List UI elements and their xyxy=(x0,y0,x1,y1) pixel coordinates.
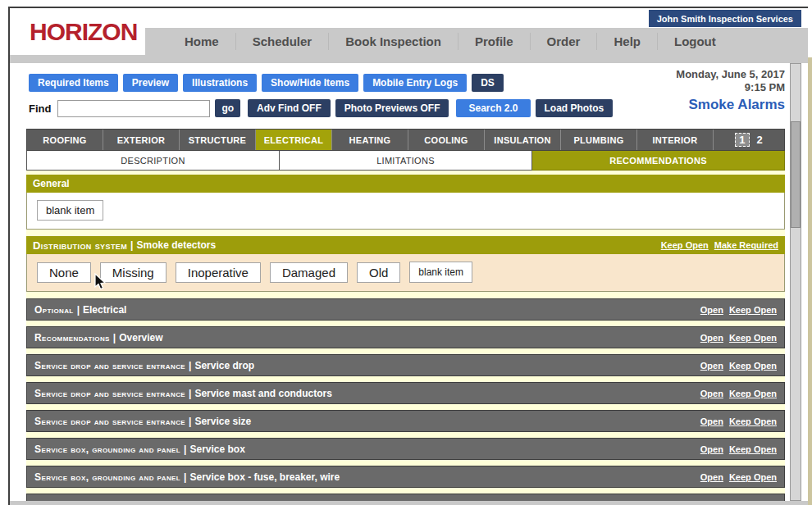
separator: | xyxy=(127,239,136,251)
row-service-size[interactable]: Service drop and service entrance | Serv… xyxy=(26,410,785,432)
nav-scheduler[interactable]: Scheduler xyxy=(235,33,329,50)
row-separator: | xyxy=(180,444,189,455)
row-category: Recommendations xyxy=(34,332,110,343)
go-button[interactable]: go xyxy=(215,99,240,117)
item-old-button[interactable]: Old xyxy=(357,262,400,283)
keep-open-link[interactable]: Keep Open xyxy=(729,472,777,482)
pager-page-2[interactable]: 2 xyxy=(757,134,763,146)
row-name: Service box - fuse, breaker, wire xyxy=(189,471,340,483)
tab-electrical[interactable]: ELECTRICAL xyxy=(256,130,332,150)
open-link[interactable]: Open xyxy=(700,305,723,315)
horizon-logo: HORIZON xyxy=(30,18,137,46)
row-service-box-fuse-breaker-wire[interactable]: Service box, grounding and panel | Servi… xyxy=(26,466,785,488)
subtab-recommendations[interactable]: RECOMMENDATIONS xyxy=(532,151,785,171)
section-smoke-detectors: Distribution system | Smoke detectors Ke… xyxy=(26,236,785,292)
masthead: HORIZON John Smith Inspection Services H… xyxy=(10,8,808,63)
section-name: Smoke detectors xyxy=(136,239,216,251)
nav-logout[interactable]: Logout xyxy=(657,33,732,50)
item-blank-button[interactable]: blank item xyxy=(409,262,472,283)
make-required-link[interactable]: Make Required xyxy=(714,240,778,250)
keep-open-link[interactable]: Keep Open xyxy=(661,240,709,250)
blank-item-button[interactable]: blank item xyxy=(37,200,103,221)
app-window: HORIZON John Smith Inspection Services H… xyxy=(8,7,808,505)
row-service-mast-conductors[interactable]: Service drop and service entrance | Serv… xyxy=(26,382,785,404)
row-separator: | xyxy=(185,360,194,371)
row-recommendations-overview[interactable]: Recommendations | Overview Open Keep Ope… xyxy=(26,326,785,348)
adv-find-toggle[interactable]: Adv Find OFF xyxy=(248,99,331,117)
open-link[interactable]: Open xyxy=(700,444,723,454)
show-hide-items-button[interactable]: Show/Hide Items xyxy=(262,74,358,92)
find-input[interactable] xyxy=(57,100,210,117)
bottom-strip xyxy=(10,501,808,505)
tab-heating[interactable]: HEATING xyxy=(332,130,408,150)
keep-open-link[interactable]: Keep Open xyxy=(729,416,777,426)
tab-exterior[interactable]: EXTERIOR xyxy=(103,130,180,150)
pager-page-1[interactable]: 1 xyxy=(735,133,749,147)
nav-order[interactable]: Order xyxy=(530,33,597,50)
row-service-box[interactable]: Service box, grounding and panel | Servi… xyxy=(26,438,785,460)
row-service-drop[interactable]: Service drop and service entrance | Serv… xyxy=(26,354,785,376)
item-inoperative-button[interactable]: Inoperative xyxy=(176,262,261,283)
toolbar: Required Items Preview Illustrations Sho… xyxy=(10,63,808,129)
search-2-button[interactable]: Search 2.0 xyxy=(456,99,530,117)
section-category: Distribution system xyxy=(33,239,127,252)
section-tabbar: ROOFING EXTERIOR STRUCTURE ELECTRICAL HE… xyxy=(26,129,785,151)
open-link[interactable]: Open xyxy=(700,389,723,398)
keep-open-link[interactable]: Keep Open xyxy=(729,305,777,315)
row-name: Service box xyxy=(189,444,244,455)
keep-open-link[interactable]: Keep Open xyxy=(729,444,777,454)
current-date: Monday, June 5, 2017 xyxy=(676,68,785,81)
nav-book-inspection[interactable]: Book Inspection xyxy=(328,33,458,50)
tab-insulation[interactable]: INSULATION xyxy=(485,130,561,150)
required-items-button[interactable]: Required Items xyxy=(29,74,118,92)
open-link[interactable]: Open xyxy=(700,416,723,426)
subtab-limitations[interactable]: LIMITATIONS xyxy=(280,151,532,171)
section-general-title: General xyxy=(33,178,70,189)
context-title: Smoke Alarms xyxy=(676,97,785,113)
row-name: Overview xyxy=(119,332,162,343)
row-name: Service mast and conductors xyxy=(194,388,331,399)
tab-plumbing[interactable]: PLUMBING xyxy=(561,130,637,150)
illustrations-button[interactable]: Illustrations xyxy=(183,74,257,92)
tab-cooling[interactable]: COOLING xyxy=(408,130,485,150)
row-category: Service box, grounding and panel xyxy=(34,471,180,483)
row-separator: | xyxy=(74,304,83,316)
main-nav: Home Scheduler Book Inspection Profile O… xyxy=(145,28,808,55)
row-optional-electrical[interactable]: Optional | Electrical Open Keep Open xyxy=(26,298,785,321)
photo-previews-toggle[interactable]: Photo Previews OFF xyxy=(335,99,449,117)
tab-roofing[interactable]: ROOFING xyxy=(27,130,103,150)
subtab-description[interactable]: DESCRIPTION xyxy=(26,151,280,171)
tab-interior[interactable]: INTERIOR xyxy=(637,130,714,150)
section-general-header: General xyxy=(26,175,785,193)
row-separator: | xyxy=(185,388,194,399)
open-link[interactable]: Open xyxy=(700,333,723,343)
keep-open-link[interactable]: Keep Open xyxy=(729,361,777,371)
row-category: Service drop and service entrance xyxy=(34,416,185,427)
section-smoke-detectors-body: None Missing Inoperative Damaged Old bla… xyxy=(26,254,785,292)
row-separator: | xyxy=(185,416,194,427)
keep-open-link[interactable]: Keep Open xyxy=(729,389,777,398)
masthead-strip xyxy=(10,55,808,63)
open-link[interactable]: Open xyxy=(700,361,723,371)
item-missing-button[interactable]: Missing xyxy=(100,262,167,283)
row-separator: | xyxy=(180,471,189,483)
open-link[interactable]: Open xyxy=(700,472,723,482)
nav-profile[interactable]: Profile xyxy=(458,33,530,50)
mobile-entry-logs-button[interactable]: Mobile Entry Logs xyxy=(363,74,467,92)
preview-button[interactable]: Preview xyxy=(123,74,178,92)
row-category: Service drop and service entrance xyxy=(34,388,185,399)
row-name: Service size xyxy=(194,416,251,427)
vertical-scrollbar[interactable] xyxy=(790,63,801,501)
keep-open-link[interactable]: Keep Open xyxy=(729,333,777,343)
item-damaged-button[interactable]: Damaged xyxy=(270,262,348,283)
scrollbar-thumb[interactable] xyxy=(791,121,801,228)
nav-help[interactable]: Help xyxy=(596,33,657,50)
nav-home[interactable]: Home xyxy=(168,33,235,50)
row-category: Optional xyxy=(34,304,74,316)
current-time: 9:15 PM xyxy=(676,81,785,94)
row-name: Service drop xyxy=(194,360,254,371)
tab-structure[interactable]: STRUCTURE xyxy=(180,130,256,150)
item-none-button[interactable]: None xyxy=(37,262,91,283)
load-photos-button[interactable]: Load Photos xyxy=(536,99,614,117)
ds-button[interactable]: DS xyxy=(472,74,504,92)
